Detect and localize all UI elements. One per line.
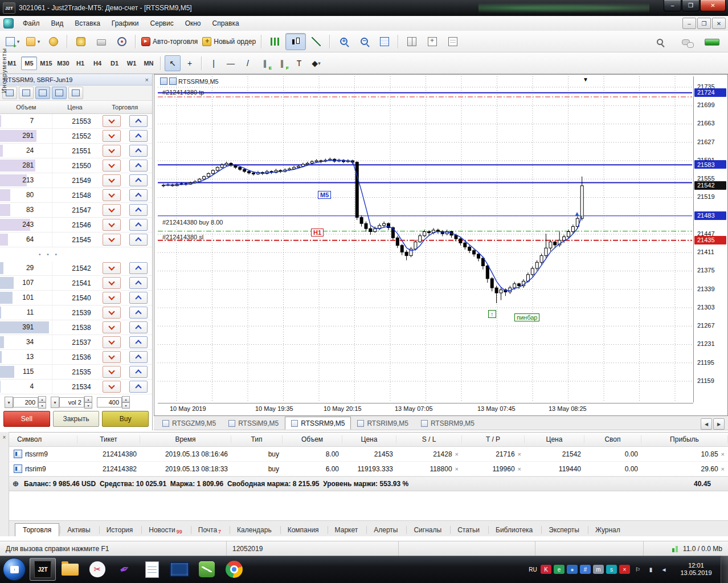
tab-Торговля[interactable]: Торговля xyxy=(15,523,59,536)
chart-tab-RTSGZM9,M5[interactable]: RTSGZM9,M5 xyxy=(156,417,222,430)
volume-icon[interactable]: ◄ xyxy=(659,565,669,574)
tab-Сигналы[interactable]: Сигналы xyxy=(406,523,449,536)
tab-Статьи[interactable]: Статьи xyxy=(449,523,488,536)
new-order-button[interactable]: Новый ордер xyxy=(200,33,258,50)
chart-tab-RTSBRM9,M5[interactable]: RTSBRM9,M5 xyxy=(415,417,481,430)
menu-item-Справка[interactable]: Справка xyxy=(207,17,245,30)
market-depth-button[interactable] xyxy=(19,87,34,99)
taskbar-stats-button[interactable] xyxy=(194,558,220,581)
tab-История[interactable]: История xyxy=(99,523,141,536)
close-button[interactable]: ✕ xyxy=(700,0,726,11)
stepper-up-icon[interactable]: ▴ xyxy=(122,396,130,402)
horizontal-line-tool[interactable]: — xyxy=(223,55,239,71)
column-header-type[interactable]: Тип xyxy=(231,435,283,443)
timeframe-M30[interactable]: M30 xyxy=(55,56,71,70)
depth-sell-button[interactable] xyxy=(103,336,121,348)
tabs-scroll-left-button[interactable]: ◀ xyxy=(701,418,712,430)
tab-Новости[interactable]: Новости99 xyxy=(141,523,190,536)
dropdown-arrow-icon[interactable]: ▾ xyxy=(51,397,59,408)
vertical-line-tool[interactable]: | xyxy=(206,55,222,71)
one-click-trading-button[interactable] xyxy=(35,87,50,99)
stepper-down-icon[interactable]: ▾ xyxy=(122,402,130,409)
depth-buy-button[interactable] xyxy=(129,366,148,378)
timeframe-MN[interactable]: MN xyxy=(141,56,157,70)
time-sales-button[interactable] xyxy=(68,87,83,99)
tabs-scroll-right-button[interactable]: ▶ xyxy=(713,418,725,430)
fibonacci-tool[interactable]: ∥F xyxy=(274,55,290,71)
depth-sell-button[interactable] xyxy=(103,145,121,157)
depth-sell-button[interactable] xyxy=(103,292,121,304)
shapes-tool[interactable]: ◆▾ xyxy=(308,55,324,71)
position-row[interactable]: rtsrim92124143822019.05.13 08:18:33buy6.… xyxy=(9,462,728,476)
tray-icon-3[interactable]: ● xyxy=(567,565,578,574)
equidistant-channel-tool[interactable]: ∥E xyxy=(257,55,273,71)
tab-Алерты[interactable]: Алерты xyxy=(366,523,406,536)
depth-buy-button[interactable] xyxy=(129,189,148,201)
vol-value[interactable]: vol 2 xyxy=(59,397,84,407)
chart-plot-area[interactable]: RTSSRM9,M5 #212414380 tp#212414380 buy 8… xyxy=(158,76,693,402)
language-indicator[interactable]: RU xyxy=(527,565,538,574)
depth-buy-button[interactable] xyxy=(129,145,148,157)
timeframe-H4[interactable]: H4 xyxy=(89,56,105,70)
menu-item-Графики[interactable]: Графики xyxy=(106,17,145,30)
search-button[interactable] xyxy=(649,33,670,50)
bars-button[interactable] xyxy=(265,33,285,50)
column-header-symbol[interactable]: Символ xyxy=(9,435,77,443)
stepper-down-icon[interactable]: ▾ xyxy=(38,402,46,409)
depth-sell-button[interactable] xyxy=(103,321,121,333)
start-button[interactable] xyxy=(3,558,26,581)
depth-buy-button[interactable] xyxy=(129,336,148,348)
menu-item-Сервис[interactable]: Сервис xyxy=(145,17,179,30)
minimize-button[interactable]: – xyxy=(664,0,681,11)
lot-value[interactable]: 200 xyxy=(13,397,38,407)
menu-item-Вид[interactable]: Вид xyxy=(46,17,69,30)
depth-buy-button[interactable] xyxy=(129,160,148,172)
depth-buy-button[interactable] xyxy=(129,204,148,216)
tray-icon-5[interactable]: m xyxy=(593,565,604,574)
time-axis[interactable]: 10 May 201910 May 19:3510 May 20:1513 Ma… xyxy=(158,403,693,415)
depth-sell-button[interactable] xyxy=(103,115,121,127)
chart-tab-RTSRIM9,M5[interactable]: RTSRIM9,M5 xyxy=(351,417,414,430)
show-desktop-button[interactable] xyxy=(721,556,728,583)
menu-item-Окно[interactable]: Окно xyxy=(179,17,207,30)
depth-sell-button[interactable] xyxy=(103,204,121,216)
broadcast-button[interactable] xyxy=(112,33,132,50)
stepper-down-icon[interactable]: ▾ xyxy=(84,402,92,409)
connection-status[interactable] xyxy=(702,33,722,50)
chart-close-button[interactable]: ✕ xyxy=(712,18,726,29)
tab-Активы[interactable]: Активы xyxy=(59,523,99,536)
text-label-tool[interactable]: T xyxy=(291,55,307,71)
toolbox-close-icon[interactable]: × xyxy=(0,432,9,441)
depth-sell-button[interactable] xyxy=(103,174,121,186)
chart-window[interactable]: RTSSRM9,M5 #212414380 tp#212414380 buy 8… xyxy=(154,74,728,416)
crosshair-tool[interactable]: + xyxy=(182,55,198,71)
tray-icon-1[interactable]: K xyxy=(541,565,551,574)
depth-buy-button[interactable] xyxy=(129,174,148,186)
taskbar-snipping-button[interactable]: ✂ xyxy=(84,558,111,581)
price-axis[interactable]: 2173521699216632162721591215552151921483… xyxy=(693,76,728,402)
print-button[interactable] xyxy=(91,33,112,50)
chart-minimize-button[interactable]: – xyxy=(682,18,696,29)
depth-buy-button[interactable] xyxy=(129,351,148,363)
taskbar-clock[interactable]: 12:01 13.05.2019 xyxy=(675,562,717,577)
depth-sell-button[interactable] xyxy=(103,234,121,246)
history-center-button[interactable] xyxy=(71,33,91,50)
zoom-out-button[interactable] xyxy=(354,33,374,50)
depth-buy-button[interactable] xyxy=(129,219,148,231)
tile-windows-button[interactable] xyxy=(402,33,422,50)
action-center-icon[interactable]: ⚐ xyxy=(632,565,643,574)
zoom-in-button[interactable] xyxy=(333,33,354,50)
indicators-button[interactable] xyxy=(374,33,395,50)
network-icon[interactable]: ▮ xyxy=(645,565,656,574)
depth-buy-button[interactable] xyxy=(129,277,148,289)
tab-Почта[interactable]: Почта7 xyxy=(190,523,229,536)
depth-sell-button[interactable] xyxy=(103,262,121,274)
tab-Компания[interactable]: Компания xyxy=(280,523,327,536)
column-header-price[interactable]: Цена xyxy=(342,435,396,443)
depth-sell-button[interactable] xyxy=(103,277,121,289)
dropdown-arrow-icon[interactable]: ▾ xyxy=(38,39,40,44)
depth-sell-button[interactable] xyxy=(103,130,121,142)
close-icon[interactable]: × xyxy=(518,451,521,458)
depth-sell-button[interactable] xyxy=(103,219,121,231)
column-header-profit[interactable]: Прибыль xyxy=(641,435,728,443)
